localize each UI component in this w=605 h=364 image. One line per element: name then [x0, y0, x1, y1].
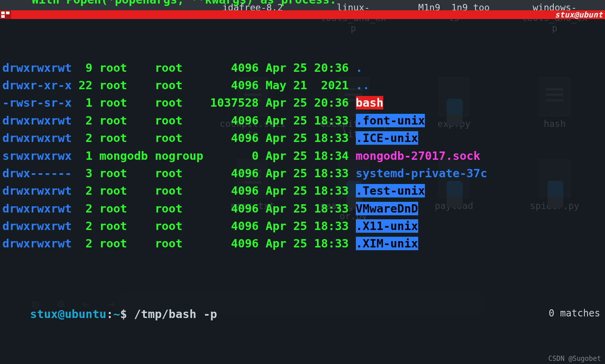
ls-row: drwxr-xr-x 22 root root 4096 May 21 2021…: [2, 77, 603, 94]
i3-logo-icon: [0, 10, 11, 19]
shell-user: stux@ubuntu: [30, 307, 106, 321]
ls-row: drwxrwxrwt 2 root root 4096 Apr 25 18:33…: [2, 182, 603, 199]
ls-row: drwxrwxrwt 2 root root 4096 Apr 25 18:33…: [2, 200, 603, 217]
watermark: CSDN @Sugobet: [548, 354, 601, 362]
ls-row: srwxrwxrwx 1 mongodb nogroup 0 Apr 25 18…: [2, 147, 603, 165]
prompt-sep: :: [106, 307, 113, 321]
ls-output: drwxrwxrwt 9 root root 4096 Apr 25 20:36…: [2, 59, 603, 253]
ls-row: drwxrwxrwt 2 root root 4096 Apr 25 18:33…: [2, 235, 603, 252]
shell-path: ~: [113, 307, 120, 321]
ls-row: drwxrwxrwt 9 root root 4096 Apr 25 20:36…: [2, 59, 603, 77]
ls-row: drwx------ 3 root root 4096 Apr 25 18:33…: [2, 165, 603, 182]
ls-row: drwxrwxrwt 2 root root 4096 Apr 25 18:33…: [2, 217, 603, 235]
search-matches-count: 0 matches: [549, 308, 600, 319]
editor-code-line: With Popen(*popenargs, **kwargs) as proc…: [32, 0, 336, 6]
prompt-dollar: $: [120, 307, 127, 321]
window-title: stux@ubunt: [555, 10, 605, 19]
command-text: /tmp/bash -p: [134, 307, 217, 321]
ls-row: drwxrwxrwt 2 root root 4096 Apr 25 18:33…: [2, 129, 603, 147]
ls-row: -rwsr-sr-x 1 root root 1037528 Apr 25 20…: [2, 94, 603, 111]
window-titlebar[interactable]: stux@ubunt: [0, 10, 605, 19]
terminal[interactable]: drwxrwxrwt 9 root root 4096 Apr 25 20:36…: [0, 19, 605, 364]
ls-row: drwxrwxrwt 2 root root 4096 Apr 25 18:33…: [2, 112, 603, 129]
